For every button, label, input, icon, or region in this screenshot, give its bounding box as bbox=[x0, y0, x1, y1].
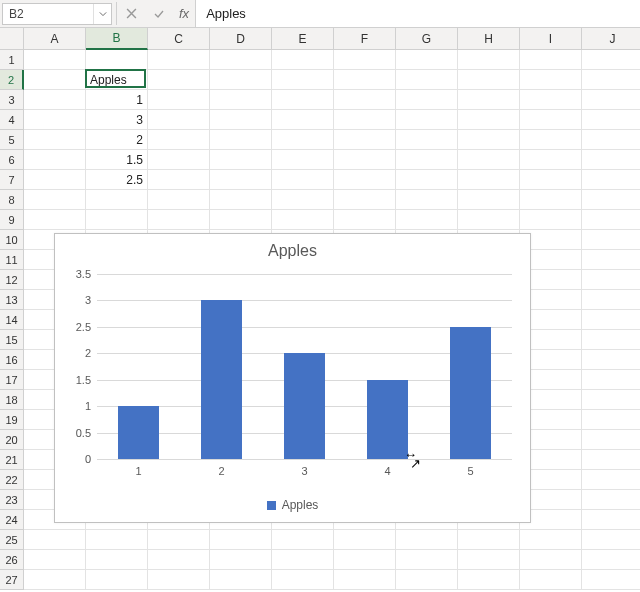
row-header[interactable]: 4 bbox=[0, 110, 24, 130]
cell[interactable] bbox=[520, 550, 582, 570]
cell[interactable] bbox=[582, 550, 640, 570]
cell[interactable] bbox=[24, 50, 86, 70]
cell[interactable] bbox=[334, 150, 396, 170]
cell[interactable] bbox=[86, 570, 148, 590]
cell[interactable] bbox=[24, 130, 86, 150]
cell[interactable] bbox=[334, 530, 396, 550]
row-header[interactable]: 9 bbox=[0, 210, 24, 230]
cell[interactable] bbox=[334, 90, 396, 110]
accept-formula-button[interactable] bbox=[145, 0, 173, 27]
cell[interactable] bbox=[86, 50, 148, 70]
cell[interactable] bbox=[582, 390, 640, 410]
cell[interactable] bbox=[396, 170, 458, 190]
cell[interactable] bbox=[334, 570, 396, 590]
row-header[interactable]: 11 bbox=[0, 250, 24, 270]
cell[interactable] bbox=[458, 570, 520, 590]
row-header[interactable]: 26 bbox=[0, 550, 24, 570]
cell[interactable] bbox=[24, 190, 86, 210]
cell[interactable]: 2.5 bbox=[86, 170, 148, 190]
cell[interactable] bbox=[210, 130, 272, 150]
column-header[interactable]: C bbox=[148, 28, 210, 50]
cell[interactable] bbox=[396, 530, 458, 550]
cell[interactable] bbox=[210, 110, 272, 130]
row-header[interactable]: 10 bbox=[0, 230, 24, 250]
cell[interactable] bbox=[148, 530, 210, 550]
cell[interactable] bbox=[458, 70, 520, 90]
row-header[interactable]: 13 bbox=[0, 290, 24, 310]
row-header[interactable]: 25 bbox=[0, 530, 24, 550]
cell[interactable] bbox=[520, 70, 582, 90]
cell[interactable] bbox=[396, 150, 458, 170]
cell[interactable] bbox=[458, 110, 520, 130]
cell[interactable] bbox=[334, 50, 396, 70]
cell[interactable] bbox=[582, 330, 640, 350]
cell[interactable] bbox=[520, 570, 582, 590]
cell[interactable] bbox=[148, 170, 210, 190]
row-header[interactable]: 8 bbox=[0, 190, 24, 210]
cell[interactable] bbox=[520, 190, 582, 210]
cell[interactable] bbox=[210, 50, 272, 70]
column-header[interactable]: H bbox=[458, 28, 520, 50]
fx-label[interactable]: fx bbox=[173, 6, 195, 21]
cell[interactable] bbox=[148, 70, 210, 90]
cell[interactable] bbox=[86, 530, 148, 550]
cell[interactable] bbox=[582, 570, 640, 590]
column-header[interactable]: J bbox=[582, 28, 640, 50]
cell[interactable] bbox=[272, 210, 334, 230]
cell[interactable] bbox=[582, 310, 640, 330]
cell[interactable] bbox=[334, 190, 396, 210]
cell[interactable] bbox=[210, 150, 272, 170]
cell[interactable] bbox=[24, 110, 86, 130]
cancel-formula-button[interactable] bbox=[117, 0, 145, 27]
cell[interactable] bbox=[520, 50, 582, 70]
cell[interactable] bbox=[582, 250, 640, 270]
cell[interactable] bbox=[334, 70, 396, 90]
column-header[interactable]: A bbox=[24, 28, 86, 50]
name-box-dropdown[interactable] bbox=[93, 4, 111, 24]
row-header[interactable]: 19 bbox=[0, 410, 24, 430]
column-header[interactable]: G bbox=[396, 28, 458, 50]
row-header[interactable]: 21 bbox=[0, 450, 24, 470]
cell[interactable] bbox=[272, 150, 334, 170]
cell[interactable] bbox=[396, 70, 458, 90]
cell[interactable] bbox=[210, 190, 272, 210]
cell[interactable] bbox=[458, 210, 520, 230]
cell[interactable] bbox=[520, 110, 582, 130]
cell[interactable] bbox=[458, 90, 520, 110]
spreadsheet-grid[interactable]: ABCDEFGHIJ12Apples31435261.572.589101112… bbox=[0, 28, 640, 592]
column-header[interactable]: F bbox=[334, 28, 396, 50]
select-all-corner[interactable] bbox=[0, 28, 24, 50]
cell[interactable]: 1 bbox=[86, 90, 148, 110]
cell[interactable] bbox=[396, 210, 458, 230]
cell[interactable] bbox=[86, 210, 148, 230]
row-header[interactable]: 22 bbox=[0, 470, 24, 490]
row-header[interactable]: 14 bbox=[0, 310, 24, 330]
row-header[interactable]: 12 bbox=[0, 270, 24, 290]
row-header[interactable]: 27 bbox=[0, 570, 24, 590]
cell[interactable] bbox=[520, 210, 582, 230]
row-header[interactable]: 17 bbox=[0, 370, 24, 390]
cell[interactable]: 3 bbox=[86, 110, 148, 130]
cell[interactable] bbox=[582, 470, 640, 490]
cell[interactable] bbox=[582, 370, 640, 390]
cell[interactable] bbox=[272, 110, 334, 130]
row-header[interactable]: 16 bbox=[0, 350, 24, 370]
cell[interactable] bbox=[582, 190, 640, 210]
cell[interactable] bbox=[272, 550, 334, 570]
cell[interactable] bbox=[148, 570, 210, 590]
cell[interactable] bbox=[520, 530, 582, 550]
cell[interactable] bbox=[458, 150, 520, 170]
cell[interactable] bbox=[458, 50, 520, 70]
column-header[interactable]: D bbox=[210, 28, 272, 50]
cell[interactable] bbox=[396, 110, 458, 130]
cell[interactable] bbox=[582, 530, 640, 550]
cell[interactable] bbox=[458, 550, 520, 570]
cell[interactable] bbox=[334, 110, 396, 130]
row-header[interactable]: 18 bbox=[0, 390, 24, 410]
cell[interactable] bbox=[582, 270, 640, 290]
cell[interactable] bbox=[148, 90, 210, 110]
chart-bar[interactable] bbox=[201, 300, 243, 459]
cell[interactable] bbox=[272, 570, 334, 590]
row-header[interactable]: 1 bbox=[0, 50, 24, 70]
cell[interactable] bbox=[24, 530, 86, 550]
